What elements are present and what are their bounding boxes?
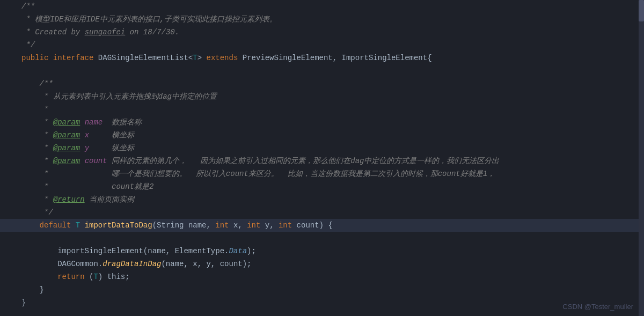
code-line-5: public interface DAGSingleElementList<T>… xyxy=(0,52,644,64)
line-content-24: } xyxy=(16,297,644,308)
code-line-10: * @param name 数据名称 xyxy=(0,116,644,129)
line-content-10: * @param name 数据名称 xyxy=(16,116,644,128)
code-line-23: } xyxy=(0,283,644,296)
scrollbar-thumb[interactable] xyxy=(639,0,644,21)
code-line-2: * 模型IDE和应用IDE中元素列表的接口,子类可实现此接口操控元素列表。 xyxy=(0,13,644,26)
scrollbar-right[interactable] xyxy=(639,0,644,316)
line-content-19 xyxy=(16,232,644,244)
line-content-5: public interface DAGSingleElementList<T>… xyxy=(16,52,644,64)
line-content-6 xyxy=(16,65,644,77)
code-line-20: importSingleElement(name, ElementType.Da… xyxy=(0,245,644,258)
code-line-4: */ xyxy=(0,39,644,52)
line-content-7: /** xyxy=(16,78,644,90)
line-content-12: * @param y 纵坐标 xyxy=(16,142,644,154)
line-content-2: * 模型IDE和应用IDE中元素列表的接口,子类可实现此接口操控元素列表。 xyxy=(16,13,644,25)
code-line-15: * count就是2 xyxy=(0,180,644,193)
code-line-13: * @param count 同样的元素的第几个， 因为如果之前引入过相同的元素… xyxy=(0,155,644,167)
code-line-11: * @param x 横坐标 xyxy=(0,129,644,142)
code-editor: /** * 模型IDE和应用IDE中元素列表的接口,子类可实现此接口操控元素列表… xyxy=(0,0,644,316)
line-content-1: /** xyxy=(16,1,644,12)
code-line-12: * @param y 纵坐标 xyxy=(0,142,644,155)
code-line-1: /** xyxy=(0,0,644,13)
line-content-22: return (T) this; xyxy=(16,271,644,283)
line-content-11: * @param x 横坐标 xyxy=(16,129,644,141)
code-line-22: return (T) this; xyxy=(0,270,644,283)
line-content-18: default T importDataToDag(String name, i… xyxy=(16,219,644,231)
code-line-14: * 哪一个是我们想要的。 所以引入count来区分。 比如，当这份数据我是第二次… xyxy=(0,167,644,180)
line-content-17: */ xyxy=(16,207,644,218)
line-content-3: * Created by sungaofei on 18/7/30. xyxy=(16,26,644,38)
code-line-7: /** xyxy=(0,77,644,90)
code-line-8: * 从元素列表中引入元素并拖拽到dag中指定的位置 xyxy=(0,90,644,103)
line-content-20: importSingleElement(name, ElementType.Da… xyxy=(16,245,644,257)
line-content-4: */ xyxy=(16,39,644,51)
code-line-19 xyxy=(0,232,644,245)
code-line-24: } xyxy=(0,296,644,309)
line-content-13: * @param count 同样的元素的第几个， 因为如果之前引入过相同的元素… xyxy=(16,155,644,167)
line-content-21: DAGCommon.dragDataInDag(name, x, y, coun… xyxy=(16,258,644,270)
code-line-21: DAGCommon.dragDataInDag(name, x, y, coun… xyxy=(0,258,644,270)
code-line-9: * xyxy=(0,103,644,116)
line-content-9: * xyxy=(16,104,644,115)
line-content-16: * @return 当前页面实例 xyxy=(16,194,644,205)
line-content-15: * count就是2 xyxy=(16,181,644,193)
code-line-17: */ xyxy=(0,206,644,219)
watermark: CSDN @Tester_muller xyxy=(562,303,633,311)
code-line-16: * @return 当前页面实例 xyxy=(0,193,644,206)
code-line-3: * Created by sungaofei on 18/7/30. xyxy=(0,26,644,39)
line-content-23: } xyxy=(16,284,644,296)
line-content-8: * 从元素列表中引入元素并拖拽到dag中指定的位置 xyxy=(16,91,644,102)
code-line-18: default T importDataToDag(String name, i… xyxy=(0,219,644,232)
code-line-6 xyxy=(0,64,644,77)
line-content-14: * 哪一个是我们想要的。 所以引入count来区分。 比如，当这份数据我是第二次… xyxy=(16,168,644,180)
